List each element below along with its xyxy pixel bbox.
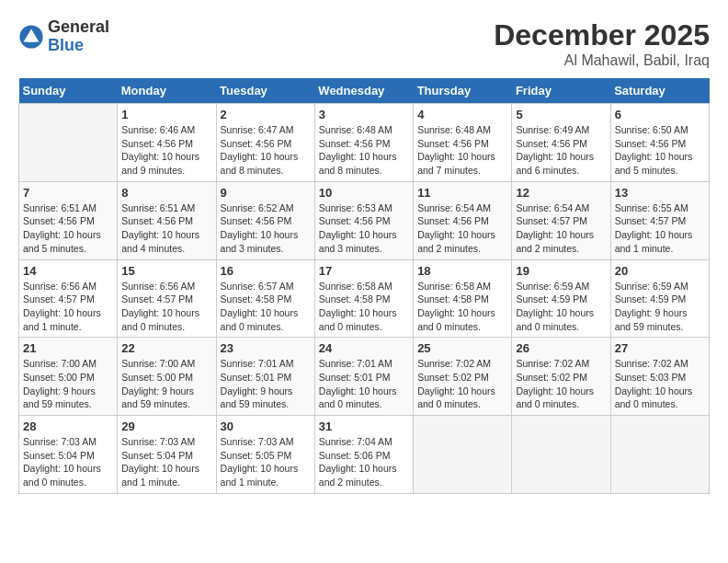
day-number: 24 [319, 341, 409, 355]
day-number: 4 [417, 108, 507, 121]
day-number: 5 [516, 108, 606, 121]
day-info: Sunrise: 6:57 AMSunset: 4:58 PMDaylight:… [221, 280, 311, 334]
day-number: 2 [221, 108, 311, 121]
day-number: 16 [221, 264, 311, 278]
day-number: 23 [221, 341, 311, 355]
day-number: 1 [121, 108, 211, 121]
day-cell: 22Sunrise: 7:00 AMSunset: 5:00 PMDayligh… [118, 338, 216, 416]
day-cell: 7Sunrise: 6:51 AMSunset: 4:56 PMDaylight… [19, 181, 118, 259]
day-info: Sunrise: 6:48 AMSunset: 4:56 PMDaylight:… [417, 123, 507, 178]
day-number: 6 [615, 108, 705, 121]
day-info: Sunrise: 6:56 AMSunset: 4:57 PMDaylight:… [121, 280, 211, 334]
day-cell: 27Sunrise: 7:02 AMSunset: 5:03 PMDayligh… [610, 338, 709, 416]
day-cell: 31Sunrise: 7:04 AMSunset: 5:06 PMDayligh… [314, 416, 413, 494]
day-cell: 29Sunrise: 7:03 AMSunset: 5:04 PMDayligh… [118, 416, 216, 494]
day-cell: 11Sunrise: 6:54 AMSunset: 4:56 PMDayligh… [414, 181, 512, 259]
day-number: 30 [221, 419, 311, 433]
page-header: General Blue December 2025 Al Mahawil, B… [18, 18, 710, 69]
calendar-table: SundayMondayTuesdayWednesdayThursdayFrid… [18, 78, 710, 494]
week-row-4: 21Sunrise: 7:00 AMSunset: 5:00 PMDayligh… [19, 338, 710, 416]
day-cell: 8Sunrise: 6:51 AMSunset: 4:56 PMDaylight… [118, 181, 216, 259]
day-number: 19 [516, 264, 606, 278]
day-cell [512, 416, 610, 494]
day-number: 11 [417, 186, 507, 200]
day-info: Sunrise: 7:00 AMSunset: 5:00 PMDaylight:… [121, 357, 211, 411]
day-cell [610, 416, 709, 494]
calendar-header-row: SundayMondayTuesdayWednesdayThursdayFrid… [19, 78, 710, 104]
day-info: Sunrise: 7:00 AMSunset: 5:00 PMDaylight:… [23, 357, 113, 411]
day-number: 3 [319, 108, 409, 121]
day-cell: 1Sunrise: 6:46 AMSunset: 4:56 PMDaylight… [118, 104, 216, 182]
day-info: Sunrise: 6:51 AMSunset: 4:56 PMDaylight:… [23, 201, 113, 256]
day-cell: 24Sunrise: 7:01 AMSunset: 5:01 PMDayligh… [314, 338, 413, 416]
day-number: 10 [319, 186, 409, 200]
day-cell: 20Sunrise: 6:59 AMSunset: 4:59 PMDayligh… [610, 259, 709, 338]
day-info: Sunrise: 6:59 AMSunset: 4:59 PMDaylight:… [615, 280, 705, 334]
day-info: Sunrise: 6:53 AMSunset: 4:56 PMDaylight:… [319, 201, 409, 256]
day-number: 26 [516, 341, 606, 355]
day-cell: 3Sunrise: 6:48 AMSunset: 4:56 PMDaylight… [314, 104, 413, 182]
day-info: Sunrise: 6:55 AMSunset: 4:57 PMDaylight:… [615, 201, 705, 256]
day-header-friday: Friday [512, 78, 610, 104]
day-cell [414, 416, 512, 494]
day-cell: 19Sunrise: 6:59 AMSunset: 4:59 PMDayligh… [512, 259, 610, 338]
day-info: Sunrise: 6:52 AMSunset: 4:56 PMDaylight:… [221, 201, 311, 256]
logo-text: General Blue [48, 18, 109, 55]
day-cell [19, 104, 118, 182]
day-number: 28 [23, 419, 113, 433]
day-info: Sunrise: 7:01 AMSunset: 5:01 PMDaylight:… [319, 357, 409, 411]
day-info: Sunrise: 6:58 AMSunset: 4:58 PMDaylight:… [319, 280, 409, 334]
week-row-1: 1Sunrise: 6:46 AMSunset: 4:56 PMDaylight… [19, 104, 710, 182]
day-number: 14 [23, 264, 113, 278]
day-info: Sunrise: 6:51 AMSunset: 4:56 PMDaylight:… [121, 201, 211, 256]
logo: General Blue [18, 18, 109, 55]
day-cell: 21Sunrise: 7:00 AMSunset: 5:00 PMDayligh… [19, 338, 118, 416]
day-cell: 17Sunrise: 6:58 AMSunset: 4:58 PMDayligh… [314, 259, 413, 338]
day-info: Sunrise: 7:04 AMSunset: 5:06 PMDaylight:… [319, 435, 409, 489]
logo-icon [18, 24, 44, 50]
day-info: Sunrise: 6:59 AMSunset: 4:59 PMDaylight:… [516, 280, 606, 334]
day-number: 25 [417, 341, 507, 355]
day-number: 13 [615, 186, 705, 200]
day-cell: 28Sunrise: 7:03 AMSunset: 5:04 PMDayligh… [19, 416, 118, 494]
day-cell: 18Sunrise: 6:58 AMSunset: 4:58 PMDayligh… [414, 259, 512, 338]
day-info: Sunrise: 7:02 AMSunset: 5:02 PMDaylight:… [516, 357, 606, 411]
day-header-saturday: Saturday [610, 78, 709, 104]
day-number: 31 [319, 419, 409, 433]
day-number: 18 [417, 264, 507, 278]
day-info: Sunrise: 6:49 AMSunset: 4:56 PMDaylight:… [516, 123, 606, 178]
day-cell: 6Sunrise: 6:50 AMSunset: 4:56 PMDaylight… [610, 104, 709, 182]
day-header-monday: Monday [118, 78, 216, 104]
week-row-5: 28Sunrise: 7:03 AMSunset: 5:04 PMDayligh… [19, 416, 710, 494]
day-cell: 26Sunrise: 7:02 AMSunset: 5:02 PMDayligh… [512, 338, 610, 416]
day-info: Sunrise: 6:56 AMSunset: 4:57 PMDaylight:… [23, 280, 113, 334]
day-info: Sunrise: 7:02 AMSunset: 5:03 PMDaylight:… [615, 357, 705, 411]
day-number: 27 [615, 341, 705, 355]
title-block: December 2025 Al Mahawil, Babil, Iraq [494, 18, 710, 69]
day-number: 22 [121, 341, 211, 355]
day-header-thursday: Thursday [414, 78, 512, 104]
day-cell: 23Sunrise: 7:01 AMSunset: 5:01 PMDayligh… [216, 338, 314, 416]
day-info: Sunrise: 7:03 AMSunset: 5:05 PMDaylight:… [221, 435, 311, 489]
day-number: 21 [23, 341, 113, 355]
day-info: Sunrise: 6:47 AMSunset: 4:56 PMDaylight:… [221, 123, 311, 178]
day-info: Sunrise: 7:01 AMSunset: 5:01 PMDaylight:… [221, 357, 311, 411]
day-info: Sunrise: 6:54 AMSunset: 4:57 PMDaylight:… [516, 201, 606, 256]
day-cell: 10Sunrise: 6:53 AMSunset: 4:56 PMDayligh… [314, 181, 413, 259]
svg-rect-2 [28, 38, 35, 41]
day-cell: 25Sunrise: 7:02 AMSunset: 5:02 PMDayligh… [414, 338, 512, 416]
location-title: Al Mahawil, Babil, Iraq [494, 52, 710, 69]
week-row-2: 7Sunrise: 6:51 AMSunset: 4:56 PMDaylight… [19, 181, 710, 259]
day-number: 12 [516, 186, 606, 200]
day-cell: 15Sunrise: 6:56 AMSunset: 4:57 PMDayligh… [118, 259, 216, 338]
day-cell: 16Sunrise: 6:57 AMSunset: 4:58 PMDayligh… [216, 259, 314, 338]
day-number: 8 [121, 186, 211, 200]
day-number: 7 [23, 186, 113, 200]
day-info: Sunrise: 7:03 AMSunset: 5:04 PMDaylight:… [121, 435, 211, 489]
day-info: Sunrise: 7:03 AMSunset: 5:04 PMDaylight:… [23, 435, 113, 489]
day-number: 20 [615, 264, 705, 278]
day-cell: 5Sunrise: 6:49 AMSunset: 4:56 PMDaylight… [512, 104, 610, 182]
day-info: Sunrise: 7:02 AMSunset: 5:02 PMDaylight:… [417, 357, 507, 411]
day-header-sunday: Sunday [19, 78, 118, 104]
day-cell: 13Sunrise: 6:55 AMSunset: 4:57 PMDayligh… [610, 181, 709, 259]
